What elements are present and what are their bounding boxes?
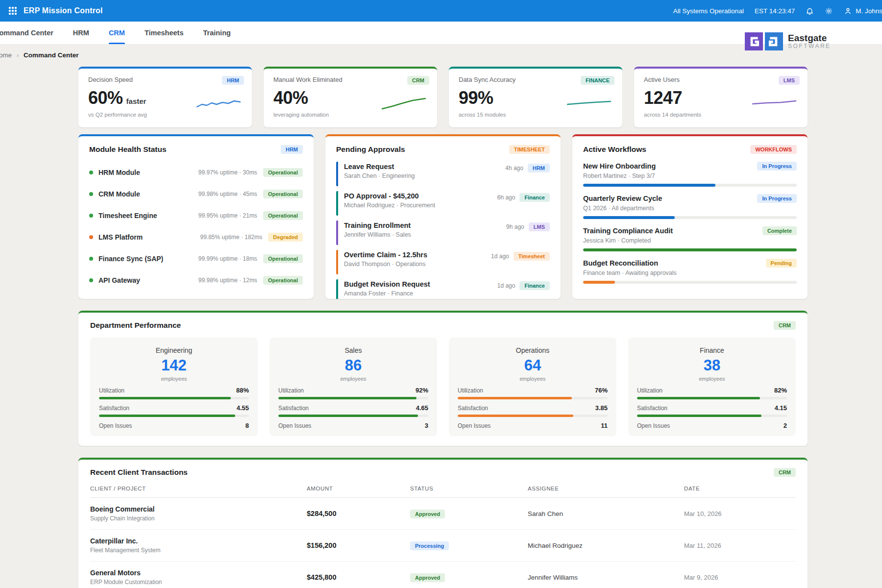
top-app-bar: ERP Mission Control All Systems Operatio… bbox=[0, 0, 882, 22]
progress-bar bbox=[583, 248, 797, 251]
workflow-status-badge: In Progress bbox=[757, 162, 797, 171]
sparkline-icon bbox=[565, 96, 612, 111]
tx-client: Caterpillar Inc. bbox=[90, 537, 307, 545]
transactions-card: Recent Client Transactions CRM CLIENT / … bbox=[78, 458, 808, 588]
workflow-title: New Hire Onboarding bbox=[583, 162, 656, 170]
dept-unit: employees bbox=[637, 376, 787, 382]
tx-project: ERP Module Customization bbox=[90, 579, 307, 586]
section-title: Recent Client Transactions bbox=[90, 468, 188, 477]
tx-status-badge: Approved bbox=[410, 573, 445, 582]
tx-date: Mar 10, 2026 bbox=[684, 510, 796, 517]
dept-unit: employees bbox=[278, 376, 428, 382]
logo-name: Eastgate bbox=[788, 33, 831, 43]
module-name: HRM Module bbox=[98, 169, 198, 176]
dept-name: Finance bbox=[637, 346, 787, 354]
sparkline-icon bbox=[751, 96, 798, 111]
workflow-title: Quarterly Review Cycle bbox=[583, 195, 662, 202]
notifications-bell-icon[interactable] bbox=[806, 7, 814, 15]
pending-approvals-card: Pending Approvals TIMESHEET Leave Reques… bbox=[325, 134, 561, 299]
kpi-value: 40% bbox=[273, 88, 308, 108]
status-dot-icon bbox=[89, 192, 93, 196]
workflow-title: Training Compliance Audit bbox=[583, 227, 673, 235]
approval-title: Budget Revision Request bbox=[344, 280, 497, 288]
kpi-module-badge: FINANCE bbox=[581, 76, 614, 85]
workflow-item[interactable]: New Hire Onboarding In Progress Robert M… bbox=[583, 162, 797, 187]
workflow-item[interactable]: Quarterly Review Cycle In Progress Q1 20… bbox=[583, 194, 797, 219]
tx-date: Mar 11, 2026 bbox=[684, 542, 796, 549]
col-client-project: CLIENT / PROJECT bbox=[90, 486, 307, 491]
module-health-card: Module Health Status HRM HRM Module 99.9… bbox=[78, 134, 314, 299]
tab-hrm[interactable]: HRM bbox=[73, 22, 89, 44]
tab-crm[interactable]: CRM bbox=[109, 22, 125, 44]
dept-count: 86 bbox=[278, 357, 428, 374]
metric-value: 3.85 bbox=[595, 404, 608, 412]
tx-assignee: Jennifer Williams bbox=[528, 574, 684, 581]
approval-item[interactable]: Overtime Claim - 12.5hrs David Thompson … bbox=[336, 250, 550, 274]
approval-item[interactable]: Leave Request Sarah Chen · Engineering 4… bbox=[336, 162, 550, 186]
metric-label: Utilization bbox=[278, 387, 304, 394]
status-badge: Operational bbox=[263, 168, 303, 177]
tx-assignee: Michael Rodriguez bbox=[528, 542, 684, 549]
system-status-text: All Systems Operational bbox=[673, 7, 744, 15]
workflow-item[interactable]: Budget Reconciliation Pending Finance te… bbox=[583, 259, 797, 284]
sparkline-icon bbox=[195, 96, 242, 111]
module-row: CRM Module 99.98% uptime · 45ms Operatio… bbox=[89, 183, 303, 205]
metric-value: 11 bbox=[601, 422, 608, 429]
user-icon bbox=[844, 7, 852, 15]
kpi-subtext: across 15 modules bbox=[459, 112, 612, 118]
tx-project: Supply Chain Integration bbox=[90, 515, 307, 522]
kpi-suffix: faster bbox=[126, 97, 147, 105]
kpi-subtext: leveraging automation bbox=[273, 112, 427, 118]
metric-label: Utilization bbox=[637, 387, 662, 394]
module-uptime: 99.98% uptime · 12ms bbox=[198, 277, 257, 284]
metric-value: 82% bbox=[774, 387, 787, 394]
workflow-subtitle: Q1 2026 · All departments bbox=[583, 205, 797, 212]
kpi-label: Decision Speed bbox=[88, 76, 242, 83]
module-name: LMS Platform bbox=[98, 233, 200, 241]
metric-bar bbox=[278, 415, 428, 417]
kpi-value: 60% bbox=[88, 88, 123, 108]
kpi-value: 99% bbox=[459, 88, 493, 108]
dept-sales: Sales 86 employees Utilization92% Satisf… bbox=[270, 338, 437, 436]
approval-item[interactable]: Budget Revision Request Amanda Foster · … bbox=[336, 279, 550, 299]
settings-gear-icon[interactable] bbox=[825, 7, 833, 15]
approval-tag-badge: LMS bbox=[529, 222, 550, 231]
approval-item[interactable]: Training Enrollment Jennifer Williams · … bbox=[336, 220, 550, 245]
progress-bar bbox=[583, 281, 797, 284]
tx-project: Fleet Management System bbox=[90, 547, 307, 554]
status-dot-icon bbox=[89, 171, 93, 174]
department-performance-card: Department Performance CRM Engineering 1… bbox=[78, 311, 808, 446]
breadcrumb-home[interactable]: Home bbox=[0, 51, 12, 59]
section-title: Active Workflows bbox=[583, 145, 646, 154]
kpi-subtext: vs Q2 performance avg bbox=[88, 112, 242, 118]
section-badge: TIMESHEET bbox=[509, 145, 550, 154]
metric-value: 3 bbox=[425, 422, 428, 429]
table-row[interactable]: Boeing CommercialSupply Chain Integratio… bbox=[90, 498, 796, 530]
dept-finance: Finance 38 employees Utilization82% Sati… bbox=[628, 338, 796, 436]
dept-count: 64 bbox=[458, 357, 608, 374]
tx-client: General Motors bbox=[90, 569, 307, 577]
module-uptime: 99.98% uptime · 45ms bbox=[198, 191, 257, 197]
tab-timesheets[interactable]: Timesheets bbox=[145, 22, 184, 44]
table-row[interactable]: Caterpillar Inc.Fleet Management System … bbox=[90, 530, 796, 562]
approval-item[interactable]: PO Approval - $45,200 Michael Rodriguez … bbox=[336, 191, 550, 216]
table-row[interactable]: General MotorsERP Module Customization $… bbox=[90, 562, 796, 588]
metric-label: Open Issues bbox=[278, 422, 311, 429]
module-row: API Gateway 99.98% uptime · 12ms Operati… bbox=[89, 270, 303, 291]
status-dot-icon bbox=[89, 235, 93, 239]
approval-subtitle: Jennifer Williams · Sales bbox=[344, 231, 506, 238]
workflow-item[interactable]: Training Compliance Audit Complete Jessi… bbox=[583, 226, 797, 251]
tx-client: Boeing Commercial bbox=[90, 505, 307, 513]
metric-bar bbox=[637, 415, 787, 417]
module-uptime: 99.99% uptime · 18ms bbox=[198, 255, 257, 262]
section-title: Pending Approvals bbox=[336, 145, 405, 154]
user-menu[interactable]: M. Johnson bbox=[844, 7, 882, 15]
tab-command-center[interactable]: Command Center bbox=[0, 22, 53, 44]
approval-time: 9h ago bbox=[506, 223, 524, 230]
metric-label: Open Issues bbox=[99, 422, 132, 429]
tab-training[interactable]: Training bbox=[203, 22, 230, 44]
logo-subtitle: SOFTWARE bbox=[788, 43, 831, 49]
app-launcher-icon[interactable] bbox=[9, 7, 17, 15]
module-uptime: 99.95% uptime · 21ms bbox=[198, 212, 257, 219]
approval-title: PO Approval - $45,200 bbox=[344, 192, 497, 200]
